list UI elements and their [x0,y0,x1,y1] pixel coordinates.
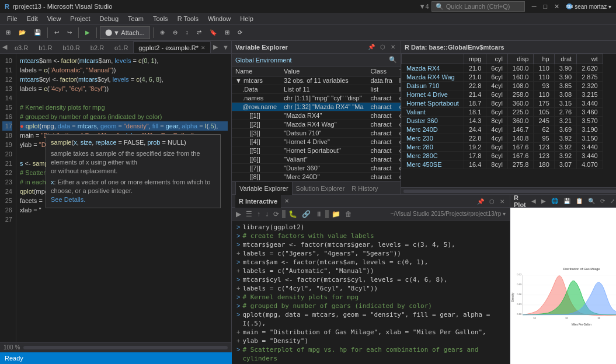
toolbar-btn-bookmark[interactable]: 🔖 [206,26,220,39]
var-table-row[interactable]: [[6]] "Valiant" charact charact [232,155,401,164]
var-table-row[interactable]: [[5]] "Hornet Sportabout" charact charac… [232,146,401,155]
tab-solution-explorer[interactable]: Solution Explorer [293,182,349,195]
var-explorer-table[interactable]: Name Value Class Type ▼ mtcars 32 obs. o… [232,66,401,181]
ri-workspace-icon[interactable]: 📁 [330,209,342,219]
tab-scroll-left[interactable]: ◀ [0,43,9,51]
data-table-row[interactable]: Mazda RX4 21.0 6cyl 160.0 110 3.90 2.620 [401,64,603,73]
col-class[interactable]: Class [367,66,396,76]
horizontal-scrollbar[interactable] [23,346,228,349]
data-table-row[interactable]: Merc 280C 17.8 6cyl 167.6 123 3.92 3.440 [401,152,603,160]
toolbar-btn-extra2[interactable]: ⊖ [169,26,181,39]
tab-var-explorer[interactable]: Variable Explorer [235,182,293,195]
data-table-row[interactable]: Mazda RX4 Wag 21.0 6cyl 160.0 110 3.90 2… [401,73,603,82]
close-r-interactive-button[interactable]: ✕ [284,198,289,204]
data-table-row[interactable]: Merc 230 22.8 4cyl 140.8 95 3.92 3.150 [401,134,603,143]
data-table-row[interactable]: Datsun 710 22.8 4cyl 108.0 93 3.85 2.320 [401,82,603,90]
ri-debug-icon[interactable]: 🐛 [287,209,299,219]
r-data-table[interactable]: mpg cyl disp hp drat wt Mazda RX4 21.0 6… [401,54,616,187]
menu-view[interactable]: View [43,13,66,24]
tab-menu[interactable]: ▼ [220,44,231,51]
data-col-mpg[interactable]: mpg [464,54,486,64]
menu-team[interactable]: Team [123,13,148,24]
tab-b2r[interactable]: b2.R [85,41,109,53]
data-col-hp[interactable]: hp [534,54,554,64]
var-table-row[interactable]: @row.name chr [1:32] "Mazda RX4" "Ma cha… [232,103,401,111]
close-icon[interactable]: ✕ [389,43,397,51]
toolbar-btn-extra4[interactable]: ⇌ [193,26,205,39]
col-value[interactable]: Value [280,66,367,76]
copy-plot-icon[interactable]: 📋 [574,197,584,205]
menu-window[interactable]: Window [203,13,235,24]
expand-plot-icon[interactable]: ⤢ [608,197,616,205]
var-table-row[interactable]: [[8]] "Merc 240D" charact charact [232,173,401,181]
save-plot-icon[interactable]: 💾 [562,197,572,205]
debug-start-button[interactable]: ▶ [82,26,93,39]
search-box-title[interactable]: 🔍 Quick Launch (Ctrl+Q) [431,1,525,12]
menu-file[interactable]: File [2,13,22,24]
ri-break-icon[interactable]: ⏸ [314,209,324,219]
var-table-row[interactable]: [[1]] "Mazda RX4" charact charact [232,111,401,120]
data-table-row[interactable]: Merc 240D 24.4 4cyl 146.7 62 3.69 3.190 [401,125,603,134]
var-table-row[interactable]: ▼ mtcars 32 obs. of 11 variables data.fr… [232,76,401,85]
refresh-plot-icon[interactable]: ⟳ [598,197,607,205]
data-table-row[interactable]: Merc 450SE 16.4 8cyl 275.8 180 3.07 4.07… [401,160,603,169]
search-var-icon[interactable]: 🔍 [389,56,397,64]
menu-edit[interactable]: Edit [22,13,43,24]
ri-run-icon[interactable]: ▶ [234,209,243,219]
data-table-row[interactable]: Hornet 4 Drive 21.4 6cyl 258.0 110 3.08 … [401,90,603,99]
var-table-row[interactable]: [[3]] "Datsun 710" charact charact [232,129,401,138]
data-col-cyl[interactable]: cyl [486,54,508,64]
redo-button[interactable]: ↪ [64,26,75,39]
ri-up-icon[interactable]: ↑ [255,209,262,219]
data-col-wt[interactable]: wt [577,54,603,64]
tab-o1r[interactable]: o1.R [109,41,133,53]
toolbar-btn-extra6[interactable]: ⟳ [234,26,246,39]
ri-reset-icon[interactable]: ⟳ [272,209,281,219]
open-button[interactable]: 📂 [15,26,29,39]
r-data-scrollbar[interactable] [401,187,616,194]
toolbar-btn-extra3[interactable]: ↕ [182,26,192,39]
toolbar-btn-extra[interactable]: ⊕ [156,26,168,39]
back-icon[interactable]: ◀ [530,197,538,205]
zoom-plot-icon[interactable]: 🔍 [586,197,597,205]
menu-r-tools[interactable]: R Tools [173,13,203,24]
tab-scroll-right[interactable]: ▶ [211,43,220,51]
ri-attach-icon[interactable]: 🔗 [300,209,312,219]
col-name[interactable]: Name [232,66,280,76]
data-table-row[interactable]: Duster 360 14.3 8cyl 360.0 245 3.21 3.57… [401,117,603,125]
ri-list-icon[interactable]: ☰ [244,209,254,219]
var-table-row[interactable]: [[7]] "Duster 360" charact charact [232,164,401,173]
var-table-row[interactable]: [[4]] "Hornet 4 Drive" charact charact [232,138,401,146]
close-tab-ggplot2[interactable]: ✕ [201,42,206,54]
var-table-row[interactable]: [[2]] "Mazda RX4 Wag" charact charact [232,120,401,129]
tab-b10r[interactable]: b10.R [58,41,85,53]
data-col-disp[interactable]: disp [507,54,534,64]
close-button[interactable]: ✕ [552,3,562,10]
save-button[interactable]: 💾 [30,26,44,39]
data-table-row[interactable]: Hornet Sportabout 18.7 8cyl 360.0 175 3.… [401,99,603,108]
forward-icon[interactable]: ▶ [540,197,548,205]
close-icon3[interactable]: ✕ [498,198,506,205]
ri-clear-icon[interactable]: 🗑 [343,209,354,219]
attach-button[interactable]: ⬤ ▼ Attach... [100,26,150,39]
new-project-button[interactable]: ⊞ [2,26,14,39]
menu-project[interactable]: Project [65,13,95,24]
title-controls[interactable]: ─ □ ✕ [530,3,562,10]
maximize-button[interactable]: □ [541,3,550,10]
data-table-row[interactable]: Valiant 18.1 6cyl 225.0 105 2.76 3.460 [401,108,603,117]
toolbar-btn-extra5[interactable]: ⊞ [221,26,233,39]
minimize-button[interactable]: ─ [530,3,539,10]
col-type[interactable]: Type [396,66,401,76]
r-interactive-content[interactable]: >library(ggplot2)># create factors with … [232,220,510,364]
pin-icon3[interactable]: 📌 [475,198,486,205]
tab-o3r[interactable]: o3.R [9,41,33,53]
pin-icon[interactable]: 📌 [366,43,377,51]
var-table-row[interactable]: .Data List of 11 list list [232,85,401,94]
data-col-rowname[interactable] [401,54,464,64]
data-col-drat[interactable]: drat [554,54,576,64]
code-content[interactable]: mtcars$am <- factor(mtcars$am, levels = … [16,54,231,342]
data-table-row[interactable]: Merc 280 19.2 6cyl 167.6 123 3.92 3.440 [401,143,603,152]
tab-ggplot2[interactable]: ggplot2 - example.R* ✕ [133,41,211,53]
ri-down-icon[interactable]: ↓ [263,209,270,219]
expand-icon[interactable]: ⬡ [378,43,387,51]
